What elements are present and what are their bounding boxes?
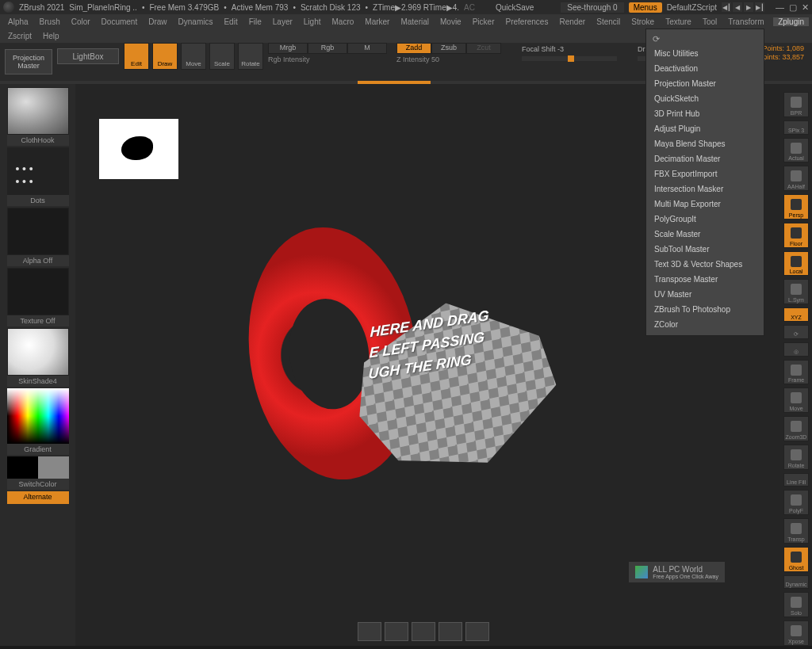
xyz-button[interactable]: XYZ (783, 307, 809, 322)
rgb-button[interactable]: Rgb (308, 43, 347, 54)
dd-quicksketch[interactable]: QuickSketch (646, 91, 764, 106)
dd-zbrush-to-photoshop[interactable]: ZBrush To Photoshop (646, 302, 764, 317)
menu-dynamics[interactable]: Dynamics (174, 17, 218, 26)
bpr-button[interactable]: BPR (783, 92, 809, 117)
menu-preferences[interactable]: Preferences (500, 17, 553, 26)
aahalf-button[interactable]: AAHalf (783, 166, 809, 191)
polyf-button[interactable]: PolyF (783, 490, 809, 515)
z-intensity-slider[interactable]: Z Intensity 50 (396, 55, 501, 63)
window-controls[interactable]: —▢✕ (776, 2, 809, 13)
dropdown-refresh[interactable]: ⟳ (646, 32, 764, 46)
menu-texture[interactable]: Texture (661, 17, 696, 26)
quicksave-button[interactable]: QuickSave (496, 3, 534, 12)
projection-master-button[interactable]: Projection Master (5, 49, 52, 74)
edit-mode-button[interactable]: Edit (124, 43, 149, 70)
scale-mode-button[interactable]: Scale (209, 43, 235, 70)
rotate-mode-button[interactable]: Rotate (238, 43, 263, 70)
zoom3d-button[interactable]: Zoom3D (783, 416, 809, 441)
timeline-thumbs[interactable] (358, 622, 489, 641)
menu-movie[interactable]: Movie (435, 17, 466, 26)
dynamic-button[interactable]: Persp (783, 194, 809, 220)
frame-button[interactable]: Frame (783, 360, 809, 385)
floor-button[interactable]: Floor (783, 223, 809, 248)
brush-slot[interactable]: ClothHook (7, 87, 69, 146)
dd-3d-print-hub[interactable]: 3D Print Hub (646, 106, 764, 121)
dd-intersection-masker[interactable]: Intersection Masker (646, 181, 764, 197)
dd-projection-master[interactable]: Projection Master (646, 76, 764, 91)
lsym-button[interactable]: L.Sym (783, 279, 809, 304)
menu-tool[interactable]: Tool (698, 17, 722, 26)
material-slot[interactable]: SkinShade4 (7, 328, 69, 387)
mrgb-button[interactable]: Mrgb (268, 43, 308, 54)
m-button[interactable]: M (347, 43, 387, 54)
switch-color-slot[interactable]: SwitchColor (7, 456, 69, 490)
swatch-secondary[interactable] (38, 456, 69, 479)
menu-layer[interactable]: Layer (268, 17, 297, 26)
xpose-button[interactable]: Xpose (783, 620, 809, 646)
menu-light[interactable]: Light (299, 17, 326, 26)
menu-alpha[interactable]: Alpha (3, 17, 33, 26)
seethrough-slider[interactable]: See-through 0 (561, 2, 623, 13)
menus-toggle[interactable]: Menus (629, 2, 662, 13)
dd-transpose-master[interactable]: Transpose Master (646, 272, 764, 287)
ghost-button[interactable]: Ghost (783, 547, 809, 572)
move-mode-button[interactable]: Move (181, 43, 206, 70)
dd-multi-map-exporter[interactable]: Multi Map Exporter (646, 197, 764, 212)
spix-slider[interactable]: SPix 3 (783, 120, 809, 135)
rgb-intensity-label[interactable]: Rgb Intensity (268, 55, 387, 63)
menu-color[interactable]: Color (67, 17, 95, 26)
rotate3d-button[interactable]: Rotate (783, 445, 809, 470)
linefill-button[interactable]: Line Fill (783, 473, 809, 487)
move-button[interactable]: Move (783, 387, 809, 413)
dd-deactivation[interactable]: Deactivation (646, 61, 764, 76)
menu-marker[interactable]: Marker (360, 17, 394, 26)
target-button[interactable]: ◎ (783, 342, 809, 357)
local-button[interactable]: Local (783, 251, 809, 277)
dd-adjust-plugin[interactable]: Adjust Plugin (646, 121, 764, 136)
stroke-slot[interactable]: Dots (7, 147, 69, 206)
history-arrows[interactable]: ◀┃◀▶▶┃ (722, 2, 764, 12)
alpha-slot[interactable]: Alpha Off (7, 208, 69, 266)
menu-transform[interactable]: Transform (723, 17, 768, 26)
menu-picker[interactable]: Picker (468, 17, 500, 26)
solo-button[interactable]: Solo (783, 592, 809, 617)
zadd-button[interactable]: Zadd (396, 43, 431, 54)
menu-draw[interactable]: Draw (144, 17, 171, 26)
color-picker[interactable] (7, 388, 69, 444)
dd-scale-master[interactable]: Scale Master (646, 227, 764, 242)
dd-text-3d-vector[interactable]: Text 3D & Vector Shapes (646, 257, 764, 272)
lightbox-button[interactable]: LightBox (57, 48, 119, 64)
alternate-button[interactable]: Alternate (7, 491, 69, 504)
menu-document[interactable]: Document (97, 17, 143, 26)
menu-zplugin[interactable]: Zplugin (773, 17, 809, 26)
menu-brush[interactable]: Brush (35, 17, 65, 26)
dd-misc-utilities[interactable]: Misc Utilities (646, 46, 764, 61)
dd-fbx-exportimport[interactable]: FBX ExportImport (646, 166, 764, 181)
zcut-button[interactable]: Zcut (466, 43, 501, 54)
document-thumbnail[interactable] (99, 119, 178, 179)
color-picker-slot[interactable]: Gradient (7, 388, 69, 455)
menu-render[interactable]: Render (554, 17, 590, 26)
menu-help[interactable]: Help (38, 32, 64, 40)
swatch-main[interactable] (7, 456, 38, 479)
dd-subtool-master[interactable]: SubTool Master (646, 242, 764, 257)
dd-decimation-master[interactable]: Decimation Master (646, 151, 764, 166)
menu-macro[interactable]: Macro (327, 17, 359, 26)
menu-stencil[interactable]: Stencil (592, 17, 625, 26)
transp-button[interactable]: Transp (783, 518, 809, 544)
menu-material[interactable]: Material (396, 17, 434, 26)
focal-shift-slider[interactable]: Focal Shift -3 (522, 45, 617, 61)
refresh-button[interactable]: ⟳ (783, 325, 809, 339)
menu-edit[interactable]: Edit (219, 17, 242, 26)
dd-maya-blend-shapes[interactable]: Maya Blend Shapes (646, 136, 764, 151)
menu-file[interactable]: File (244, 17, 266, 26)
dd-uv-master[interactable]: UV Master (646, 287, 764, 302)
menu-zscript[interactable]: Zscript (3, 32, 36, 40)
default-zscript[interactable]: DefaultZScript (667, 3, 717, 12)
dynamic2-button[interactable]: Dynamic (783, 575, 809, 590)
zsub-button[interactable]: Zsub (431, 43, 466, 54)
actual-button[interactable]: Actual (783, 138, 809, 163)
dd-zcolor[interactable]: ZColor (646, 317, 764, 332)
texture-slot[interactable]: Texture Off (7, 268, 69, 326)
menu-stroke[interactable]: Stroke (626, 17, 659, 26)
